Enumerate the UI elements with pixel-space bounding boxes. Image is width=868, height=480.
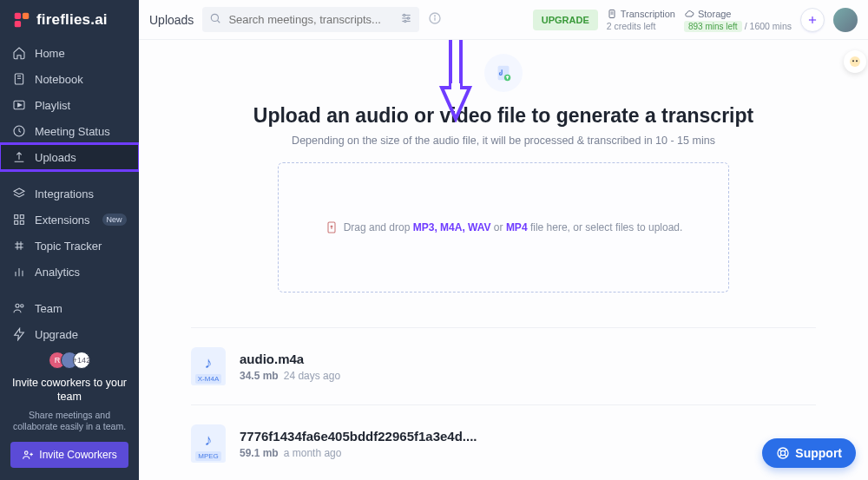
- avatar-stack: R +142: [10, 352, 128, 369]
- svg-marker-23: [15, 328, 24, 339]
- sidebar-item-notebook[interactable]: Notebook: [0, 66, 139, 92]
- home-icon: [12, 46, 26, 60]
- breadcrumb: Uploads: [149, 13, 194, 27]
- sidebar-item-upgrade[interactable]: Upgrade: [0, 321, 139, 343]
- avatar-extra-count: +142: [73, 352, 90, 369]
- playlist-icon: [12, 98, 26, 112]
- svg-point-34: [408, 16, 410, 18]
- file-type-icon: ♪MPEG: [191, 424, 226, 463]
- sidebar-nav: Home Notebook Playlist Meeting Status Up…: [0, 40, 139, 343]
- lifebuoy-icon: [776, 446, 790, 460]
- svg-point-33: [404, 14, 405, 16]
- storage-stat: Storage 893 mins left / 1600 mins: [684, 9, 792, 31]
- svg-point-21: [16, 304, 19, 307]
- file-name: audio.m4a: [240, 352, 340, 366]
- svg-point-25: [25, 451, 29, 455]
- file-age: a month ago: [284, 447, 342, 459]
- hash-icon: [12, 239, 26, 253]
- sliders-icon[interactable]: [400, 12, 412, 28]
- sidebar-item-playlist[interactable]: Playlist: [0, 92, 139, 118]
- file-row[interactable]: ♪X-M4A audio.m4a 34.5 mb24 days ago: [191, 347, 816, 385]
- new-badge: New: [102, 214, 127, 226]
- users-icon: [12, 301, 26, 315]
- sidebar-item-analytics[interactable]: Analytics: [0, 259, 139, 285]
- sidebar-item-home[interactable]: Home: [0, 40, 139, 66]
- sidebar: fireflies.ai Home Notebook Playlist Meet…: [0, 0, 139, 480]
- transcription-stat: Transcription 2 credits left: [607, 9, 675, 31]
- invite-coworkers-button[interactable]: Invite Coworkers: [10, 442, 128, 468]
- upload-subtitle: Depending on the size of the audio file,…: [191, 135, 816, 147]
- upload-hero-icon: [484, 54, 523, 92]
- svg-point-51: [852, 60, 854, 62]
- svg-marker-7: [18, 103, 22, 107]
- info-icon[interactable]: [428, 11, 442, 29]
- bolt-icon: [12, 327, 26, 341]
- svg-line-29: [218, 20, 220, 23]
- search-wrap: [202, 7, 419, 32]
- svg-rect-10: [15, 215, 18, 219]
- topbar: Uploads UPGRADE Transcription 2 credits …: [139, 0, 868, 40]
- file-up-icon: [325, 220, 339, 234]
- notebook-icon: [12, 72, 26, 86]
- search-input[interactable]: [202, 7, 419, 32]
- svg-marker-9: [14, 188, 24, 194]
- invite-subtitle: Share meetings and collaborate easily in…: [10, 410, 128, 433]
- svg-line-58: [785, 449, 787, 451]
- sidebar-footer: R +142 Invite coworkers to your team Sha…: [0, 343, 139, 480]
- upload-icon: [12, 150, 26, 164]
- invite-title: Invite coworkers to your team: [10, 376, 128, 404]
- bars-icon: [12, 265, 26, 279]
- file-size: 59.1 mb: [240, 447, 279, 459]
- sidebar-item-integrations[interactable]: Integrations: [0, 181, 139, 207]
- svg-rect-46: [451, 83, 460, 92]
- svg-point-38: [435, 15, 436, 16]
- sidebar-item-meeting-status[interactable]: Meeting Status: [0, 118, 139, 144]
- file-row[interactable]: ♪MPEG 7776f1434fa6e405bddf22965f1a3e4d..…: [191, 424, 816, 463]
- svg-rect-2: [15, 21, 21, 27]
- svg-point-28: [212, 14, 219, 21]
- brand-name: fireflies.ai: [36, 11, 108, 29]
- support-button[interactable]: Support: [762, 438, 856, 468]
- svg-point-52: [856, 60, 858, 62]
- add-button[interactable]: [800, 8, 825, 32]
- main: Uploads UPGRADE Transcription 2 credits …: [139, 0, 868, 480]
- fireflies-logo-icon: [12, 10, 31, 30]
- svg-point-35: [404, 20, 406, 22]
- sidebar-item-extensions[interactable]: ExtensionsNew: [0, 207, 139, 233]
- file-list: ♪X-M4A audio.m4a 34.5 mb24 days ago ♪MPE…: [191, 327, 816, 463]
- content: Upload an audio or video file to generat…: [139, 40, 868, 480]
- user-avatar[interactable]: [833, 8, 858, 32]
- file-size: 34.5 mb: [240, 370, 279, 382]
- svg-rect-12: [15, 220, 18, 224]
- svg-rect-13: [20, 220, 23, 224]
- brand-logo[interactable]: fireflies.ai: [0, 0, 139, 40]
- layers-icon: [12, 187, 26, 201]
- svg-point-22: [21, 305, 23, 307]
- doc-icon: [607, 9, 617, 19]
- bot-icon: [848, 55, 862, 69]
- sidebar-item-topic-tracker[interactable]: Topic Tracker: [0, 233, 139, 259]
- file-age: 24 days ago: [284, 370, 340, 382]
- plus-icon: [806, 14, 819, 26]
- upload-title: Upload an audio or video file to generat…: [191, 104, 816, 128]
- svg-rect-11: [20, 215, 23, 219]
- clock-icon: [12, 124, 26, 138]
- upload-dropzone[interactable]: Drag and drop MP3, M4A, WAV or MP4 file …: [278, 162, 729, 293]
- sidebar-item-team[interactable]: Team: [0, 295, 139, 321]
- svg-line-56: [785, 455, 787, 457]
- svg-rect-1: [23, 13, 29, 19]
- svg-point-50: [850, 56, 860, 67]
- svg-line-55: [779, 449, 782, 451]
- svg-point-54: [781, 450, 786, 455]
- upgrade-button[interactable]: UPGRADE: [533, 10, 598, 30]
- svg-rect-3: [15, 74, 23, 84]
- file-name: 7776f1434fa6e405bddf22965f1a3e4d....: [240, 429, 477, 444]
- assistant-bubble[interactable]: [844, 50, 866, 73]
- file-type-icon: ♪X-M4A: [191, 347, 226, 385]
- user-plus-icon: [22, 449, 34, 461]
- svg-rect-44: [450, 40, 461, 88]
- cloud-icon: [684, 9, 694, 19]
- svg-line-57: [779, 455, 782, 457]
- sidebar-item-uploads[interactable]: Uploads: [0, 144, 139, 170]
- grid-icon: [12, 213, 26, 227]
